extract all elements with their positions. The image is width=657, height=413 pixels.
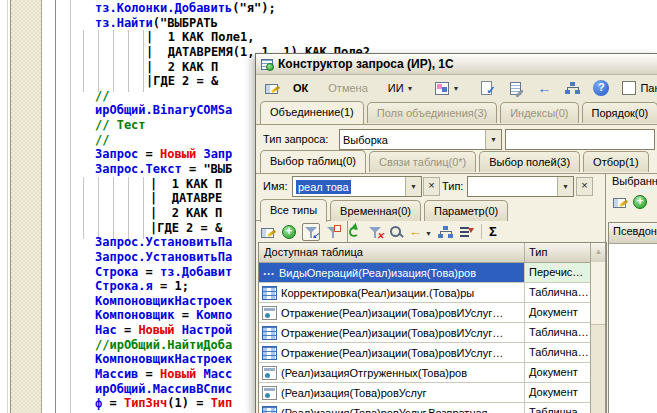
check-query-button[interactable] (474, 78, 500, 98)
column-header-alias[interactable]: Псевдон (609, 223, 657, 244)
query-type-value: Выборка (340, 130, 485, 149)
table-row[interactable]: (Реал)изацияОтгруженных(Това)ровДокумент (259, 363, 606, 383)
table-type: Таблична… (525, 343, 590, 362)
query-name-value (506, 130, 654, 149)
panel-splitter[interactable] (605, 173, 606, 413)
table-type: Перечис… (525, 263, 590, 282)
hierarchy-icon[interactable] (437, 224, 453, 240)
add-icon[interactable] (281, 224, 297, 240)
code-line[interactable]: тз.Найти("ВЫБРАТЬ (0, 16, 657, 31)
name-filter-input[interactable]: реал това ▼ (292, 176, 422, 197)
dialog-titlebar[interactable]: Конструктор запроса (ИР), 1С (256, 54, 657, 75)
tab-Все типы[interactable]: Все типы (260, 199, 327, 222)
table-type: Таблична… (525, 323, 590, 342)
table-name: (Реал)изация(Това)ровУслуг.Возвратная… (281, 407, 499, 413)
tab-Индексы(0)[interactable]: Индексы(0) (500, 102, 578, 123)
filter-clear-icon[interactable]: ✕ (367, 224, 383, 240)
search-icon[interactable] (388, 224, 404, 240)
ok-button[interactable]: ОК (288, 78, 313, 98)
clear-type-filter-button[interactable]: × (576, 177, 593, 196)
filter-box-icon[interactable] (325, 224, 341, 240)
table-row[interactable]: Отражение(Реал)изации(Това)ровИУслуг…Таб… (259, 323, 606, 343)
table-row[interactable]: (Реал)изация(Това)ровУслугДокумент (259, 383, 606, 403)
query-constructor-dialog: Конструктор запроса (ИР), 1С ОК Отмена И… (255, 53, 657, 413)
table-list-toolbar: ↙ ✕ ←▼ Σ (260, 221, 497, 242)
query-type-combobox[interactable]: Выборка ▼ (339, 129, 502, 150)
tab-Параметр(0)[interactable]: Параметр(0) (424, 200, 508, 221)
settings-button[interactable] (503, 78, 529, 98)
batch-panel-label: Панель паке (640, 82, 657, 94)
toolbar-separator (481, 224, 482, 239)
tabular-section-icon (262, 326, 277, 340)
sorted-list-icon[interactable] (458, 224, 474, 240)
code-line[interactable]: тз.Колонки.Добавить("я"); (0, 1, 657, 16)
form-wrench-icon (508, 80, 524, 96)
help-button[interactable]: ? (588, 78, 614, 98)
chevron-down-icon[interactable]: ▼ (485, 130, 501, 149)
vertical-scrollbar[interactable]: ▲ (590, 243, 606, 413)
filter-edit-icon[interactable]: ↙ (302, 223, 320, 241)
table-row[interactable]: Корректировка(Реал)изации.(Това)рыТаблич… (259, 283, 606, 303)
tab-Временная(0)[interactable]: Временная(0) (330, 200, 421, 221)
selected-tables-title: Выбранны (612, 175, 657, 187)
tab-Поля объединения(3)[interactable]: Поля объединения(3) (367, 102, 497, 123)
checkbox-unchecked[interactable] (622, 81, 636, 95)
type-filter-label: Тип: (442, 180, 463, 192)
code-line[interactable]: | 1 КАК Поле1, (0, 30, 657, 45)
table-name: Отражение(Реал)изации(Това)ровИУслуг… (281, 327, 503, 339)
column-header-table[interactable]: Доступная таблица (259, 243, 525, 262)
chevron-down-icon[interactable]: ▼ (405, 177, 421, 196)
dialog-toolbar: ОК Отмена ИИ▼ ▼ ← ? Панель паке (256, 75, 657, 101)
selected-tables-list[interactable]: Псевдон (608, 222, 657, 413)
back-button[interactable]: ← (532, 78, 556, 98)
batch-panel-toggle[interactable]: Панель паке (617, 78, 657, 98)
ii-menu-button[interactable]: ИИ▼ (383, 78, 419, 98)
tab-Связи таблиц(0*)[interactable]: Связи таблиц(0*) (369, 151, 476, 172)
back-arrow-icon: ← (537, 80, 551, 96)
column-header-type[interactable]: Тип (525, 243, 590, 262)
sum-icon[interactable]: Σ (489, 224, 497, 239)
scroll-up-icon[interactable]: ▲ (591, 243, 606, 263)
chevron-down-icon[interactable]: ▼ (557, 177, 573, 196)
picture-menu-button[interactable]: ▼ (429, 78, 465, 98)
type-filter-input[interactable]: ▼ (467, 176, 574, 197)
table-type: Таблична… (525, 283, 590, 302)
scrollbar-thumb[interactable] (591, 262, 606, 325)
available-tables-list: Доступная таблица Тип …ВидыОпераций(Реал… (258, 242, 607, 413)
history-back-button[interactable]: ←▼ (409, 224, 432, 240)
enum-icon: … (262, 267, 275, 279)
document-icon (262, 386, 277, 400)
tabular-section-icon (262, 286, 277, 300)
tab-Выбор таблиц(0)[interactable]: Выбор таблиц(0) (260, 150, 366, 173)
name-filter-label: Имя: (263, 180, 287, 192)
table-row[interactable]: Отражение(Реал)изации(Това)ровИУслуг…Таб… (259, 343, 606, 363)
table-type: Документ (525, 303, 590, 322)
table-row[interactable]: …ВидыОпераций(Реал)изация(Това)ровПеречи… (259, 263, 606, 283)
refresh-icon[interactable] (346, 224, 362, 240)
check-query-icon (479, 80, 495, 96)
add-icon[interactable] (632, 194, 648, 210)
table-row[interactable]: (Реал)изация(Това)ровУслуг.Возвратная…Та… (259, 403, 606, 413)
table-row[interactable]: Отражение(Реал)изации(Това)ровИУслуг…Док… (259, 303, 606, 323)
history-back-icon: ← (409, 224, 422, 239)
table-header[interactable]: Доступная таблица Тип (259, 243, 606, 263)
query-name-field[interactable] (505, 129, 655, 150)
form-settings-button[interactable] (259, 78, 285, 98)
help-icon: ? (593, 80, 609, 96)
clear-name-filter-button[interactable]: × (423, 177, 440, 196)
tab-Объединение(1)[interactable]: Объединение(1) (260, 101, 364, 124)
table-type: Таблична… (525, 403, 590, 413)
table-type: Документ (525, 383, 590, 402)
tab-Порядок(0)[interactable]: Порядок(0) (582, 102, 657, 123)
tab-Отбор(1)[interactable]: Отбор(1) (583, 151, 649, 172)
chevron-down-icon: ▼ (425, 230, 432, 237)
table-name: (Реал)изация(Това)ровУслуг (281, 387, 426, 399)
tab-Выбор полей(3)[interactable]: Выбор полей(3) (479, 151, 580, 172)
document-icon (262, 306, 277, 320)
document-icon (262, 366, 277, 380)
edit-form-icon[interactable] (260, 224, 276, 240)
type-category-tabs: Все типыВременная(0)Параметр(0) (256, 199, 508, 221)
edit-form-icon[interactable] (612, 194, 628, 210)
tree-view-button[interactable] (559, 78, 585, 98)
cancel-button[interactable]: Отмена (323, 78, 372, 98)
